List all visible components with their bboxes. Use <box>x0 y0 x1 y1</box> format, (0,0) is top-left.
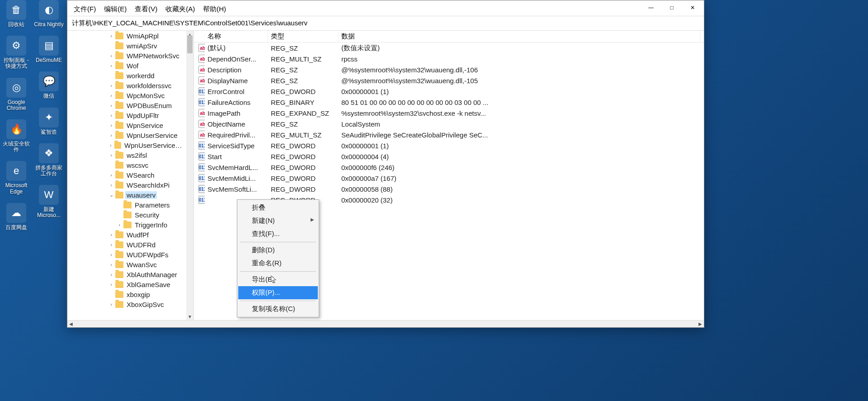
tree-item[interactable]: ›XboxGipSvc <box>67 299 186 309</box>
context-menu-item[interactable]: 折叠 <box>238 201 318 214</box>
desktop-icon[interactable]: ☁百度网盘 <box>0 203 32 231</box>
tree-item[interactable]: ›WMPNetworkSvc <box>67 51 186 61</box>
chevron-right-icon[interactable]: › <box>108 182 114 188</box>
tree-item[interactable]: ›TriggerInfo <box>67 220 186 230</box>
tree-item[interactable]: ›WpdUpFltr <box>67 110 186 120</box>
desktop-icon[interactable]: ⚙控制面板 - 快捷方式 <box>0 36 32 69</box>
tree-item[interactable]: ›WpcMonSvc <box>67 90 186 100</box>
chevron-right-icon[interactable]: › <box>108 103 114 108</box>
value-row[interactable]: abDisplayNameREG_SZ@%systemroot%\system3… <box>194 75 704 86</box>
tree-item[interactable]: ›WpnService <box>67 120 186 130</box>
chevron-down-icon[interactable]: ⌄ <box>108 192 114 198</box>
col-data[interactable]: 数据 <box>339 31 700 42</box>
value-row[interactable]: 011ServiceSidTypeREG_DWORD0x00000001 (1) <box>194 140 704 151</box>
menu-view[interactable]: 查看(V) <box>132 3 160 15</box>
context-menu-item[interactable]: 重命名(R) <box>238 257 318 270</box>
tree-item[interactable]: ⌄wuauserv <box>67 190 186 200</box>
desktop-icon[interactable]: ◐Citra Nightly <box>33 0 65 28</box>
tree-item[interactable]: ›WSearchIdxPi <box>67 180 186 190</box>
value-row[interactable]: 011FailureActionsREG_BINARY80 51 01 00 0… <box>194 97 704 108</box>
desktop-icon[interactable]: ◎Google Chrome <box>0 78 32 111</box>
scroll-right-icon[interactable]: ▶ <box>697 321 704 326</box>
tree-item[interactable]: ›Wof <box>67 61 186 71</box>
tree-item[interactable]: ›XblAuthManager <box>67 269 186 279</box>
chevron-right-icon[interactable]: › <box>108 83 114 88</box>
value-row[interactable]: 011SvcMemHardL...REG_DWORD0x000000f6 (24… <box>194 162 704 173</box>
tree-item[interactable]: ›WUDFWpdFs <box>67 250 186 259</box>
chevron-right-icon[interactable]: › <box>108 33 114 38</box>
chevron-right-icon[interactable]: › <box>108 123 114 128</box>
tree-item[interactable]: ›workfolderssvc <box>67 80 186 90</box>
scroll-thumb[interactable] <box>187 35 193 53</box>
chevron-right-icon[interactable]: › <box>108 53 114 58</box>
chevron-right-icon[interactable]: › <box>108 152 114 158</box>
menu-favorites[interactable]: 收藏夹(A) <box>163 3 198 15</box>
desktop-icon[interactable]: ▤DeSmuME <box>33 36 65 63</box>
context-menu-item[interactable]: 查找(F)... <box>238 227 318 241</box>
value-row[interactable]: abObjectNameREG_SZLocalSystem <box>194 118 704 129</box>
minimize-button[interactable]: — <box>641 1 661 14</box>
chevron-right-icon[interactable]: › <box>108 272 114 277</box>
tree-item[interactable]: wscsvc <box>67 160 186 170</box>
chevron-right-icon[interactable]: › <box>108 242 114 247</box>
scroll-down-icon[interactable]: ▼ <box>186 313 193 320</box>
chevron-right-icon[interactable]: › <box>116 222 123 227</box>
tree-item[interactable]: wmiApSrv <box>67 41 186 51</box>
value-row[interactable]: abDependOnSer...REG_MULTI_SZrpcss <box>194 53 704 64</box>
context-menu-item[interactable]: 新建(N) <box>238 214 318 227</box>
tree-item[interactable]: ›WPDBusEnum <box>67 100 186 110</box>
chevron-right-icon[interactable]: › <box>108 142 113 148</box>
desktop-icon[interactable]: eMicrosoft Edge <box>0 161 32 194</box>
tree-item[interactable]: ›WpnUserService_xxxxx <box>67 140 186 150</box>
value-row[interactable]: 011StartREG_DWORD0x00000004 (4) <box>194 151 704 162</box>
chevron-right-icon[interactable]: › <box>108 232 114 237</box>
scroll-left-icon[interactable]: ◀ <box>67 321 75 326</box>
menu-edit[interactable]: 编辑(E) <box>101 3 129 15</box>
horizontal-scrollbar[interactable]: ◀ ▶ <box>67 320 704 327</box>
tree-item[interactable]: ›WwanSvc <box>67 259 186 269</box>
tree-item[interactable]: ›ws2ifsl <box>67 150 186 160</box>
context-menu-item[interactable]: 删除(D) <box>238 244 318 257</box>
value-row[interactable]: 011SvcMemMidLi...REG_DWORD0x000000a7 (16… <box>194 173 704 184</box>
value-row[interactable]: abDescriptionREG_SZ@%systemroot%\system3… <box>194 64 704 75</box>
desktop-icon[interactable]: W新建 Microso... <box>33 185 65 218</box>
col-type[interactable]: 类型 <box>268 31 339 42</box>
desktop-icon[interactable]: 💬微信 <box>33 71 65 99</box>
address-bar[interactable]: 计算机\HKEY_LOCAL_MACHINE\SYSTEM\ControlSet… <box>67 16 704 31</box>
tree-item[interactable]: ›WUDFRd <box>67 240 186 250</box>
context-menu-item[interactable]: 复制项名称(C) <box>238 302 318 316</box>
chevron-right-icon[interactable]: › <box>108 302 114 307</box>
desktop-icon[interactable]: ✦鲨智造 <box>33 108 65 135</box>
tree-item[interactable]: ›WudfPf <box>67 230 186 240</box>
menu-help[interactable]: 帮助(H) <box>200 3 229 15</box>
col-name[interactable]: 名称 <box>205 31 268 42</box>
context-menu-item[interactable]: 权限(P)... <box>238 286 318 299</box>
value-row[interactable]: abImagePathREG_EXPAND_SZ%systemroot%\sys… <box>194 108 704 118</box>
value-row[interactable]: ab(默认)REG_SZ(数值未设置) <box>194 42 704 53</box>
value-row[interactable]: abRequiredPrivil...REG_MULTI_SZSeAuditPr… <box>194 129 704 140</box>
chevron-right-icon[interactable]: › <box>108 132 114 138</box>
chevron-right-icon[interactable]: › <box>108 93 114 98</box>
tree-item[interactable]: ›WmiApRpl <box>67 31 186 41</box>
tree-item[interactable]: ›WSearch <box>67 170 186 180</box>
desktop-icon[interactable]: 🗑回收站 <box>0 0 32 28</box>
context-menu-item[interactable]: 导出(E) <box>238 273 318 286</box>
value-row[interactable]: 011ErrorControlREG_DWORD0x00000001 (1) <box>194 86 704 97</box>
tree-item[interactable]: ›WpnUserService <box>67 130 186 140</box>
list-header[interactable]: 名称 类型 数据 <box>194 31 704 42</box>
chevron-right-icon[interactable]: › <box>108 252 114 257</box>
value-row[interactable]: 011SvcMemSoftLi...REG_DWORD0x00000058 (8… <box>194 184 704 194</box>
desktop-icon[interactable]: ❖拼多多商家工作台 <box>33 143 65 177</box>
close-button[interactable]: ✕ <box>682 1 703 14</box>
tree-item[interactable]: ›XblGameSave <box>67 279 186 289</box>
chevron-right-icon[interactable]: › <box>108 63 114 68</box>
maximize-button[interactable]: □ <box>661 1 682 14</box>
tree-item[interactable]: Security <box>67 210 186 220</box>
chevron-right-icon[interactable]: › <box>108 282 114 287</box>
menu-file[interactable]: 文件(F) <box>71 3 99 15</box>
chevron-right-icon[interactable]: › <box>108 262 114 267</box>
tree-pane[interactable]: ›WmiApRplwmiApSrv›WMPNetworkSvc›Wofworke… <box>67 31 194 320</box>
tree-item[interactable]: workerdd <box>67 71 186 80</box>
desktop-icon[interactable]: 🔥火绒安全软件 <box>0 119 32 153</box>
tree-item[interactable]: Parameters <box>67 200 186 210</box>
